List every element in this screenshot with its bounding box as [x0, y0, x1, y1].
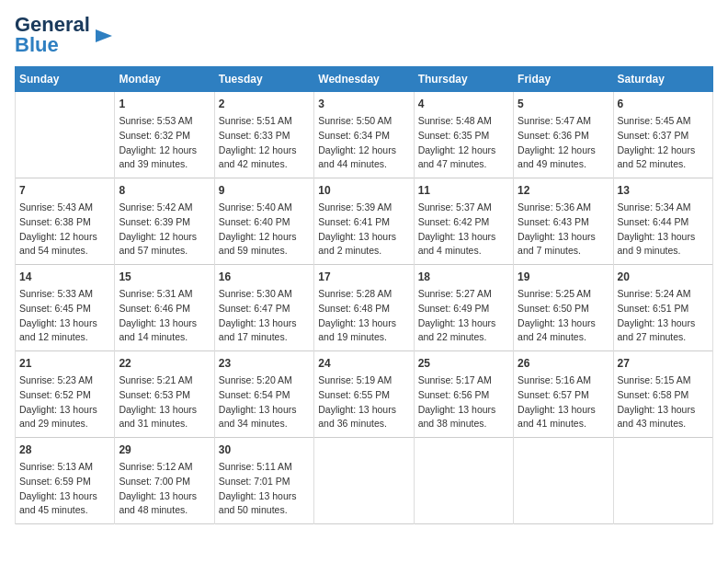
- calendar-cell: 7Sunrise: 5:43 AM Sunset: 6:38 PM Daylig…: [16, 178, 115, 265]
- weekday-header: Monday: [115, 67, 214, 92]
- cell-info: Sunrise: 5:42 AM Sunset: 6:39 PM Dayligh…: [119, 201, 210, 259]
- day-number: 14: [19, 269, 110, 285]
- cell-info: Sunrise: 5:27 AM Sunset: 6:49 PM Dayligh…: [418, 287, 509, 345]
- cell-info: Sunrise: 5:30 AM Sunset: 6:47 PM Dayligh…: [219, 287, 310, 345]
- day-number: 24: [318, 355, 409, 372]
- day-number: 28: [19, 442, 110, 458]
- calendar-cell: 29Sunrise: 5:12 AM Sunset: 7:00 PM Dayli…: [115, 438, 214, 524]
- cell-info: Sunrise: 5:51 AM Sunset: 6:33 PM Dayligh…: [219, 114, 310, 172]
- weekday-header: Wednesday: [314, 67, 414, 92]
- calendar-cell: 4Sunrise: 5:48 AM Sunset: 6:35 PM Daylig…: [414, 92, 513, 178]
- day-number: 27: [618, 355, 709, 372]
- calendar-cell: 9Sunrise: 5:40 AM Sunset: 6:40 PM Daylig…: [214, 178, 313, 265]
- calendar-cell: 26Sunrise: 5:16 AM Sunset: 6:57 PM Dayli…: [514, 351, 613, 438]
- day-number: 26: [518, 355, 609, 372]
- cell-info: Sunrise: 5:34 AM Sunset: 6:44 PM Dayligh…: [618, 201, 709, 259]
- day-number: 22: [119, 355, 210, 372]
- cell-info: Sunrise: 5:39 AM Sunset: 6:41 PM Dayligh…: [318, 201, 409, 259]
- day-number: 10: [318, 182, 409, 199]
- day-number: 3: [318, 96, 409, 112]
- calendar-cell: [16, 92, 115, 178]
- calendar-cell: 28Sunrise: 5:13 AM Sunset: 6:59 PM Dayli…: [16, 438, 115, 524]
- cell-info: Sunrise: 5:33 AM Sunset: 6:45 PM Dayligh…: [19, 287, 110, 345]
- cell-info: Sunrise: 5:43 AM Sunset: 6:38 PM Dayligh…: [19, 201, 110, 259]
- calendar-cell: 23Sunrise: 5:20 AM Sunset: 6:54 PM Dayli…: [214, 351, 313, 438]
- calendar-week-row: 28Sunrise: 5:13 AM Sunset: 6:59 PM Dayli…: [16, 438, 713, 524]
- day-number: 25: [418, 355, 509, 372]
- day-number: 18: [418, 269, 509, 285]
- day-number: 19: [518, 269, 609, 285]
- day-number: 7: [19, 182, 110, 199]
- calendar-week-row: 7Sunrise: 5:43 AM Sunset: 6:38 PM Daylig…: [16, 178, 713, 265]
- calendar-cell: [414, 438, 513, 524]
- calendar-cell: 30Sunrise: 5:11 AM Sunset: 7:01 PM Dayli…: [214, 438, 313, 524]
- cell-info: Sunrise: 5:16 AM Sunset: 6:57 PM Dayligh…: [518, 373, 609, 431]
- cell-info: Sunrise: 5:20 AM Sunset: 6:54 PM Dayligh…: [219, 373, 310, 431]
- cell-info: Sunrise: 5:25 AM Sunset: 6:50 PM Dayligh…: [518, 287, 609, 345]
- day-number: 13: [618, 182, 709, 199]
- calendar-cell: 27Sunrise: 5:15 AM Sunset: 6:58 PM Dayli…: [613, 351, 712, 438]
- weekday-header: Thursday: [414, 67, 513, 92]
- cell-info: Sunrise: 5:11 AM Sunset: 7:01 PM Dayligh…: [219, 460, 310, 518]
- calendar-cell: [613, 438, 712, 524]
- page-header: General Blue: [15, 15, 713, 55]
- day-number: 9: [219, 182, 310, 199]
- cell-info: Sunrise: 5:28 AM Sunset: 6:48 PM Dayligh…: [318, 287, 409, 345]
- cell-info: Sunrise: 5:19 AM Sunset: 6:55 PM Dayligh…: [318, 373, 409, 431]
- day-number: 15: [119, 269, 210, 285]
- calendar-cell: 3Sunrise: 5:50 AM Sunset: 6:34 PM Daylig…: [314, 92, 414, 178]
- weekday-header: Saturday: [613, 67, 712, 92]
- calendar-cell: 19Sunrise: 5:25 AM Sunset: 6:50 PM Dayli…: [514, 265, 613, 351]
- cell-info: Sunrise: 5:45 AM Sunset: 6:37 PM Dayligh…: [618, 114, 709, 172]
- cell-info: Sunrise: 5:21 AM Sunset: 6:53 PM Dayligh…: [119, 373, 210, 431]
- calendar-header-row: SundayMondayTuesdayWednesdayThursdayFrid…: [16, 67, 713, 92]
- day-number: 5: [518, 96, 609, 112]
- day-number: 23: [219, 355, 310, 372]
- logo-arrow-icon: [94, 26, 114, 46]
- cell-info: Sunrise: 5:12 AM Sunset: 7:00 PM Dayligh…: [119, 460, 210, 518]
- calendar-cell: 16Sunrise: 5:30 AM Sunset: 6:47 PM Dayli…: [214, 265, 313, 351]
- logo-blue: Blue: [15, 33, 59, 56]
- weekday-header: Friday: [514, 67, 613, 92]
- day-number: 11: [418, 182, 509, 199]
- calendar-cell: 11Sunrise: 5:37 AM Sunset: 6:42 PM Dayli…: [414, 178, 513, 265]
- calendar-cell: 10Sunrise: 5:39 AM Sunset: 6:41 PM Dayli…: [314, 178, 414, 265]
- calendar-cell: 2Sunrise: 5:51 AM Sunset: 6:33 PM Daylig…: [214, 92, 313, 178]
- cell-info: Sunrise: 5:53 AM Sunset: 6:32 PM Dayligh…: [119, 114, 210, 172]
- calendar-week-row: 1Sunrise: 5:53 AM Sunset: 6:32 PM Daylig…: [16, 92, 713, 178]
- cell-info: Sunrise: 5:23 AM Sunset: 6:52 PM Dayligh…: [19, 373, 110, 431]
- day-number: 4: [418, 96, 509, 112]
- calendar-cell: 13Sunrise: 5:34 AM Sunset: 6:44 PM Dayli…: [613, 178, 712, 265]
- cell-info: Sunrise: 5:24 AM Sunset: 6:51 PM Dayligh…: [618, 287, 709, 345]
- cell-info: Sunrise: 5:48 AM Sunset: 6:35 PM Dayligh…: [418, 114, 509, 172]
- cell-info: Sunrise: 5:50 AM Sunset: 6:34 PM Dayligh…: [318, 114, 409, 172]
- day-number: 2: [219, 96, 310, 112]
- calendar-cell: [514, 438, 613, 524]
- day-number: 1: [119, 96, 210, 112]
- cell-info: Sunrise: 5:40 AM Sunset: 6:40 PM Dayligh…: [219, 201, 310, 259]
- calendar-cell: 15Sunrise: 5:31 AM Sunset: 6:46 PM Dayli…: [115, 265, 214, 351]
- cell-info: Sunrise: 5:13 AM Sunset: 6:59 PM Dayligh…: [19, 460, 110, 518]
- calendar-cell: 22Sunrise: 5:21 AM Sunset: 6:53 PM Dayli…: [115, 351, 214, 438]
- day-number: 12: [518, 182, 609, 199]
- day-number: 16: [219, 269, 310, 285]
- calendar-cell: 12Sunrise: 5:36 AM Sunset: 6:43 PM Dayli…: [514, 178, 613, 265]
- day-number: 6: [618, 96, 709, 112]
- calendar-week-row: 14Sunrise: 5:33 AM Sunset: 6:45 PM Dayli…: [16, 265, 713, 351]
- calendar-table: SundayMondayTuesdayWednesdayThursdayFrid…: [15, 66, 713, 524]
- calendar-cell: 20Sunrise: 5:24 AM Sunset: 6:51 PM Dayli…: [613, 265, 712, 351]
- calendar-cell: 25Sunrise: 5:17 AM Sunset: 6:56 PM Dayli…: [414, 351, 513, 438]
- cell-info: Sunrise: 5:36 AM Sunset: 6:43 PM Dayligh…: [518, 201, 609, 259]
- weekday-header: Sunday: [16, 67, 115, 92]
- day-number: 29: [119, 442, 210, 458]
- logo: General Blue: [15, 15, 114, 55]
- calendar-cell: 6Sunrise: 5:45 AM Sunset: 6:37 PM Daylig…: [613, 92, 712, 178]
- calendar-cell: 14Sunrise: 5:33 AM Sunset: 6:45 PM Dayli…: [16, 265, 115, 351]
- day-number: 17: [318, 269, 409, 285]
- cell-info: Sunrise: 5:17 AM Sunset: 6:56 PM Dayligh…: [418, 373, 509, 431]
- calendar-cell: [314, 438, 414, 524]
- cell-info: Sunrise: 5:37 AM Sunset: 6:42 PM Dayligh…: [418, 201, 509, 259]
- cell-info: Sunrise: 5:15 AM Sunset: 6:58 PM Dayligh…: [618, 373, 709, 431]
- svg-marker-0: [96, 29, 112, 42]
- calendar-cell: 5Sunrise: 5:47 AM Sunset: 6:36 PM Daylig…: [514, 92, 613, 178]
